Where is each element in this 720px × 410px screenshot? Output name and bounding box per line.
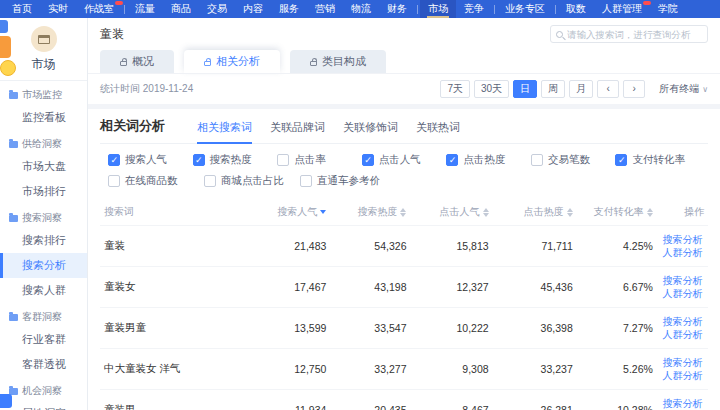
topnav-item[interactable]: 实时 (40, 0, 76, 18)
topnav-item[interactable]: 财务 (379, 0, 415, 18)
sidebar-item[interactable]: 搜索排行 (0, 228, 87, 253)
topnav-item[interactable]: 物流 (343, 0, 379, 18)
search-icon (556, 31, 563, 38)
topnav-item[interactable]: 交易 (199, 0, 235, 18)
date-range-button[interactable]: 7天 (440, 80, 470, 98)
pay-conversion-cell: 5.26% (577, 349, 657, 390)
metric-filter[interactable]: 搜索热度 (193, 153, 278, 167)
metric-filter-label: 商城点击占比 (221, 174, 284, 188)
date-range-button[interactable]: 日 (513, 80, 537, 98)
column-header[interactable]: 搜索词 (100, 199, 250, 226)
sidebar-item[interactable]: 搜索人群 (0, 278, 87, 303)
sort-icon[interactable] (567, 208, 573, 217)
checkbox-icon[interactable] (531, 154, 543, 166)
topnav-item[interactable]: 人群管理 (594, 0, 650, 18)
next-button[interactable]: › (623, 80, 645, 98)
checkbox-icon[interactable] (108, 175, 120, 187)
topnav-item[interactable]: 学院 (650, 0, 686, 18)
search-input[interactable] (567, 29, 702, 40)
sort-desc-icon[interactable] (320, 210, 326, 214)
search-heat-cell: 54,326 (330, 226, 410, 267)
float-toolbar-icon[interactable] (0, 394, 12, 408)
content-tab[interactable]: 相关分析 (184, 50, 280, 73)
sidebar-item[interactable]: 搜索分析 (0, 253, 87, 278)
search-analysis-link[interactable]: 搜索分析 (661, 274, 704, 287)
metric-filter[interactable]: 搜索人气 (108, 153, 193, 167)
actions-cell: 搜索分析 人群分析 (657, 349, 708, 390)
sort-icon[interactable] (483, 208, 489, 217)
float-assistant-icon[interactable] (0, 60, 16, 76)
float-widget-icon[interactable] (0, 20, 8, 33)
search-analysis-link[interactable]: 搜索分析 (661, 356, 704, 369)
search-analysis-link[interactable]: 搜索分析 (661, 233, 704, 246)
subtab[interactable]: 相关搜索词 (197, 120, 252, 143)
topnav-item[interactable]: 商品 (163, 0, 199, 18)
topnav-item[interactable]: 作战室 (76, 0, 122, 18)
checkbox-icon[interactable] (300, 175, 312, 187)
crowd-analysis-link[interactable]: 人群分析 (661, 246, 704, 259)
search-popularity-cell: 12,750 (250, 349, 330, 390)
folder-icon (9, 215, 18, 222)
click-popularity-cell: 10,222 (410, 308, 492, 349)
checkbox-icon[interactable] (277, 154, 289, 166)
date-range-button[interactable]: 周 (541, 80, 565, 98)
topnav-item[interactable]: 市场 (420, 0, 456, 18)
crowd-analysis-link[interactable]: 人群分析 (661, 369, 704, 382)
topnav-item[interactable]: 营销 (307, 0, 343, 18)
column-header[interactable]: 搜索人气 (250, 199, 330, 226)
topnav-item[interactable]: 竞争 (456, 0, 492, 18)
column-header[interactable]: 点击热度 (493, 199, 577, 226)
sidebar-item[interactable]: 监控看板 (0, 105, 87, 130)
subtab[interactable]: 关联品牌词 (270, 120, 325, 143)
checkbox-icon[interactable] (362, 154, 374, 166)
topnav-item[interactable]: 流量 (127, 0, 163, 18)
click-heat-cell: 36,398 (493, 308, 577, 349)
checkbox-icon[interactable] (108, 154, 120, 166)
click-heat-cell: 26,281 (493, 390, 577, 410)
topnav-item[interactable]: 首页 (4, 0, 40, 18)
checkbox-icon[interactable] (193, 154, 205, 166)
metric-filter[interactable]: 支付转化率 (615, 153, 700, 167)
metric-filter[interactable]: 点击人气 (362, 153, 447, 167)
subtab[interactable]: 关联热词 (416, 120, 460, 143)
metric-filter[interactable]: 交易笔数 (531, 153, 616, 167)
date-range-button[interactable]: 月 (569, 80, 593, 98)
sidebar-item[interactable]: 属性洞察 (0, 401, 87, 410)
search-analysis-link[interactable]: 搜索分析 (661, 315, 704, 328)
metric-filter[interactable]: 点击热度 (446, 153, 531, 167)
topnav-item[interactable]: 取数 (558, 0, 594, 18)
content-tab[interactable]: 概况 (100, 50, 174, 73)
column-header[interactable]: 点击人气 (410, 199, 492, 226)
prev-button[interactable]: ‹ (597, 80, 619, 98)
checkbox-icon[interactable] (446, 154, 458, 166)
topnav-item[interactable]: 业务专区 (497, 0, 553, 18)
sidebar-item[interactable]: 市场排行 (0, 179, 87, 204)
topnav-item-label: 学院 (658, 3, 678, 14)
metric-filter[interactable]: 直通车参考价 (300, 174, 396, 188)
content-tab[interactable]: 类目构成 (290, 50, 386, 73)
sort-icon[interactable] (647, 208, 653, 217)
sidebar-item[interactable]: 客群透视 (0, 352, 87, 377)
crowd-analysis-link[interactable]: 人群分析 (661, 287, 704, 300)
metric-filter[interactable]: 在线商品数 (108, 174, 204, 188)
date-range-button[interactable]: 30天 (474, 80, 509, 98)
sort-icon[interactable] (400, 208, 406, 217)
metric-filter[interactable]: 商城点击占比 (204, 174, 300, 188)
column-header[interactable]: 支付转化率 (577, 199, 657, 226)
checkbox-icon[interactable] (615, 154, 627, 166)
terminal-select[interactable]: 所有终端 ∨ (659, 82, 708, 96)
search-analysis-link[interactable]: 搜索分析 (661, 397, 704, 410)
float-promo-tag-icon[interactable] (0, 36, 11, 58)
sidebar-item[interactable]: 行业客群 (0, 327, 87, 352)
topnav-item-label: 取数 (566, 3, 586, 14)
column-header[interactable]: 搜索热度 (330, 199, 410, 226)
folder-icon (9, 314, 18, 321)
sidebar-item[interactable]: 市场大盘 (0, 154, 87, 179)
checkbox-icon[interactable] (204, 175, 216, 187)
topnav-item[interactable]: 内容 (235, 0, 271, 18)
column-header[interactable]: 操作 (657, 199, 708, 226)
crowd-analysis-link[interactable]: 人群分析 (661, 328, 704, 341)
metric-filter[interactable]: 点击率 (277, 153, 362, 167)
subtab[interactable]: 关联修饰词 (343, 120, 398, 143)
topnav-item[interactable]: 服务 (271, 0, 307, 18)
